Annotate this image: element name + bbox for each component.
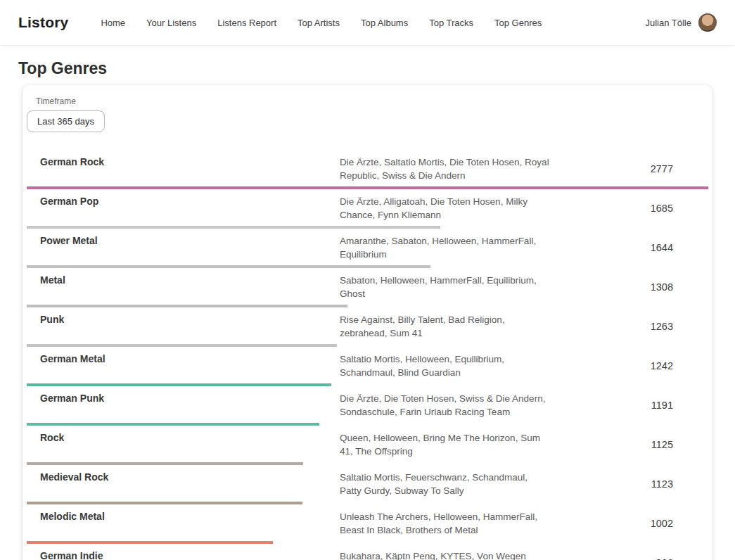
genre-row-cells: Punk Rise Against, Billy Talent, Bad Rel…: [27, 313, 708, 340]
genre-row: Medieval Rock Saltatio Mortis, Feuerschw…: [27, 465, 708, 504]
genre-row-cells: German Rock Die Ärzte, Saltatio Mortis, …: [27, 155, 708, 182]
genre-row-cells: Metal Sabaton, Helloween, HammerFall, Eq…: [27, 274, 708, 300]
timeframe-select[interactable]: Last 365 days: [27, 110, 105, 132]
top-genres-card: Timeframe Last 365 days German Rock Die …: [23, 85, 712, 560]
user-menu[interactable]: Julian Tölle: [645, 13, 717, 32]
main-nav: Home Your Listens Listens Report Top Art…: [101, 18, 542, 28]
nav-item-top-genres[interactable]: Top Genres: [494, 18, 542, 28]
top-navigation-bar: Listory Home Your Listens Listens Report…: [0, 0, 735, 45]
timeframe-label: Timeframe: [36, 96, 708, 106]
genre-name: Punk: [40, 313, 340, 326]
genre-artists: Rise Against, Billy Talent, Bad Religion…: [340, 313, 551, 340]
genre-count: 1002: [551, 518, 708, 529]
genre-name: German Punk: [40, 392, 340, 405]
nav-item-top-artists[interactable]: Top Artists: [298, 18, 340, 28]
genre-count: 1263: [551, 321, 708, 332]
genre-artists: Saltatio Mortis, Helloween, Equilibrium,…: [340, 352, 551, 379]
genre-row: German Indie Bukahara, Käptn Peng, KYTES…: [27, 544, 708, 560]
nav-item-top-albums[interactable]: Top Albums: [361, 18, 408, 28]
genre-name: Power Metal: [40, 234, 340, 248]
genre-table: German Rock Die Ärzte, Saltatio Mortis, …: [27, 150, 708, 560]
genre-count: 2777: [551, 163, 708, 174]
genre-name: German Pop: [40, 195, 340, 208]
nav-item-your-listens[interactable]: Your Listens: [146, 18, 196, 28]
genre-artists: Queen, Helloween, Bring Me The Horizon, …: [340, 431, 551, 458]
genre-row-cells: German Pop Die Ärzte, Alligatoah, Die To…: [27, 195, 708, 222]
genre-row-cells: Medieval Rock Saltatio Mortis, Feuerschw…: [27, 471, 708, 497]
genre-name: Rock: [40, 431, 340, 445]
genre-row-cells: Melodic Metal Unleash The Archers, Hello…: [27, 510, 708, 537]
brand-logo[interactable]: Listory: [18, 14, 68, 31]
genre-row: German Pop Die Ärzte, Alligatoah, Die To…: [27, 189, 708, 229]
genre-count: 1242: [551, 360, 708, 371]
nav-item-listens-report[interactable]: Listens Report: [217, 18, 276, 28]
genre-artists: Bukahara, Käptn Peng, KYTES, Von Wegen L…: [340, 549, 551, 560]
genre-name: German Metal: [40, 352, 340, 366]
genre-row: Metal Sabaton, Helloween, HammerFall, Eq…: [27, 268, 708, 307]
genre-artists: Saltatio Mortis, Feuerschwanz, Schandmau…: [340, 471, 551, 497]
genre-count: 1644: [551, 242, 708, 253]
genre-count: 1123: [551, 478, 708, 490]
genre-name: German Rock: [40, 155, 340, 169]
genre-count: 1191: [551, 400, 708, 411]
genre-row-cells: Power Metal Amaranthe, Sabaton, Hellowee…: [27, 234, 708, 261]
page-title: Top Genres: [18, 59, 735, 78]
genre-artists: Die Ärzte, Die Toten Hosen, Swiss & Die …: [340, 392, 551, 419]
timeframe-control: Timeframe Last 365 days: [27, 96, 708, 132]
genre-name: German Indie: [40, 549, 340, 560]
genre-row: German Punk Die Ärzte, Die Toten Hosen, …: [27, 386, 708, 426]
genre-artists: Amaranthe, Sabaton, Helloween, HammerFal…: [340, 234, 551, 261]
genre-row-cells: Rock Queen, Helloween, Bring Me The Hori…: [27, 431, 708, 458]
genre-artists: Sabaton, Helloween, HammerFall, Equilibr…: [340, 274, 551, 300]
genre-row: Power Metal Amaranthe, Sabaton, Hellowee…: [27, 229, 708, 268]
genre-artists: Unleash The Archers, Helloween, HammerFa…: [340, 510, 551, 537]
genre-artists: Die Ärzte, Alligatoah, Die Toten Hosen, …: [340, 195, 551, 222]
genre-count: 1125: [551, 439, 708, 450]
genre-row-cells: German Metal Saltatio Mortis, Helloween,…: [27, 352, 708, 379]
genre-count: 1308: [551, 281, 708, 293]
genre-count: 926: [551, 557, 708, 560]
genre-name: Medieval Rock: [40, 471, 340, 484]
genre-name: Metal: [40, 274, 340, 287]
genre-row-cells: German Indie Bukahara, Käptn Peng, KYTES…: [27, 549, 708, 560]
nav-item-top-tracks[interactable]: Top Tracks: [429, 18, 473, 28]
genre-row: German Rock Die Ärzte, Saltatio Mortis, …: [27, 150, 708, 189]
genre-name: Melodic Metal: [40, 510, 340, 523]
genre-row: Rock Queen, Helloween, Bring Me The Hori…: [27, 426, 708, 465]
genre-row: Melodic Metal Unleash The Archers, Hello…: [27, 504, 708, 544]
genre-artists: Die Ärzte, Saltatio Mortis, Die Toten Ho…: [340, 155, 551, 182]
genre-count: 1685: [551, 203, 708, 214]
genre-row: Punk Rise Against, Billy Talent, Bad Rel…: [27, 307, 708, 347]
user-avatar[interactable]: [698, 13, 717, 32]
genre-row: German Metal Saltatio Mortis, Helloween,…: [27, 347, 708, 386]
nav-item-home[interactable]: Home: [101, 18, 125, 28]
genre-row-cells: German Punk Die Ärzte, Die Toten Hosen, …: [27, 392, 708, 419]
user-name: Julian Tölle: [645, 18, 691, 28]
